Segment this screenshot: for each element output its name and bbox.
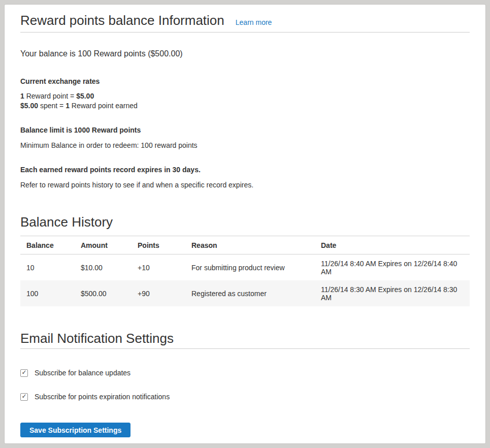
- exchange-rate-lines: 1 Reward point = $5.00$5.00 spent = 1 Re…: [20, 91, 470, 111]
- balance-limit-text: Balance limit is 1000 Reward points: [20, 125, 470, 135]
- balance-history-heading: Balance History: [20, 214, 470, 230]
- subscribe-balance-row: ✓ Subscribe for balance updates: [20, 369, 470, 377]
- rate-earn-line: 1 Reward point = $5.00: [20, 92, 94, 100]
- col-header-points: Points: [132, 236, 185, 254]
- subscribe-expiration-row: ✓ Subscribe for points expiration notifi…: [20, 393, 470, 401]
- col-header-amount: Amount: [75, 236, 132, 254]
- cell-date: 11/26/14 8:40 AM Expires on 12/26/14 8:4…: [315, 254, 470, 281]
- title-divider: [20, 32, 470, 33]
- page-background: Reward points balance Information Learn …: [0, 0, 490, 448]
- title-row: Reward points balance Information Learn …: [20, 5, 470, 28]
- minimum-balance-text: Minimum Balance in order to redeem: 100 …: [20, 140, 470, 150]
- col-header-date: Date: [315, 236, 470, 254]
- points-expiration-checkbox[interactable]: ✓: [20, 393, 28, 401]
- save-subscription-button[interactable]: Save Subscription Settings: [20, 423, 130, 437]
- table-row: 100 $500.00 +90 Registered as customer 1…: [20, 280, 470, 306]
- check-icon: ✓: [21, 393, 26, 399]
- cell-amount: $10.00: [75, 254, 132, 281]
- balance-updates-checkbox[interactable]: ✓: [20, 369, 28, 377]
- balance-summary: Your balance is 100 Reward points ($500.…: [20, 48, 470, 59]
- cell-reason: Registered as customer: [185, 280, 315, 306]
- col-header-reason: Reason: [185, 236, 315, 254]
- email-notification-heading: Email Notification Settings: [20, 330, 470, 346]
- table-row: 10 $10.00 +10 For submitting product rev…: [20, 254, 470, 281]
- points-expiration-label[interactable]: Subscribe for points expiration notifica…: [35, 393, 170, 401]
- exchange-rates-heading: Current exchange rates: [20, 76, 470, 86]
- balance-updates-label[interactable]: Subscribe for balance updates: [35, 369, 130, 377]
- check-icon: ✓: [21, 369, 26, 375]
- email-notification-divider: [20, 348, 470, 349]
- expiry-note-text: Refer to reward points history to see if…: [20, 180, 470, 190]
- table-header-row: Balance Amount Points Reason Date: [20, 236, 470, 254]
- rate-spend-line: $5.00 spent = 1 Reward point earned: [20, 102, 138, 110]
- page-title: Reward points balance Information: [20, 13, 224, 28]
- cell-points: +90: [132, 280, 185, 306]
- reward-points-panel: Reward points balance Information Learn …: [4, 4, 486, 444]
- cell-points: +10: [132, 254, 185, 281]
- cell-date: 11/26/14 8:30 AM Expires on 12/26/14 8:3…: [315, 280, 470, 306]
- cell-balance: 100: [20, 280, 75, 306]
- cell-amount: $500.00: [75, 280, 132, 306]
- expiry-text: Each earned reward points record expires…: [20, 165, 470, 175]
- balance-history-table: Balance Amount Points Reason Date 10 $10…: [20, 236, 470, 306]
- cell-balance: 10: [20, 254, 75, 281]
- col-header-balance: Balance: [20, 236, 75, 254]
- learn-more-link[interactable]: Learn more: [236, 18, 272, 26]
- cell-reason: For submitting product review: [185, 254, 315, 281]
